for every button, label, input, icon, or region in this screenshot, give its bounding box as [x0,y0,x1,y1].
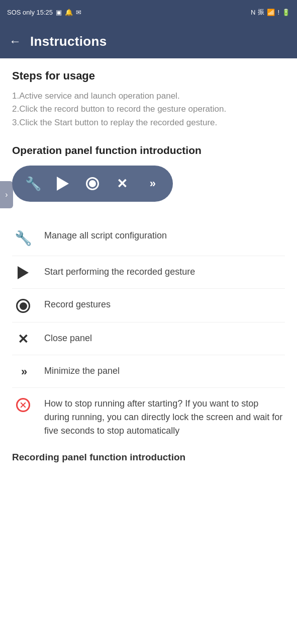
panel-record-button[interactable] [80,172,105,196]
panel-wrench-button[interactable]: 🔧 [21,172,45,196]
play-icon [57,177,69,191]
side-chevron-button[interactable]: › [0,181,13,208]
feature-close-text: Close panel [44,332,285,345]
feature-wrench-icon: 🔧 [12,229,34,247]
wrench-icon: 🔧 [25,176,41,192]
feature-manage-scripts: 🔧 Manage all script configuration [12,220,285,256]
feature-list: 🔧 Manage all script configuration Start … [12,220,285,447]
stop-circle-icon [16,398,30,412]
feature-minimize-panel: » Minimize the panel [12,355,285,388]
header: ← Instructions [0,24,297,58]
chevron-right-icon: › [5,190,8,199]
status-nfc-icon: N [251,9,255,16]
status-monitor-icon: ▣ [56,9,62,16]
status-right: N 振 📶 ! 🔋 [251,8,290,17]
record-dot [89,180,96,187]
operation-title: Operation panel function introduction [12,144,285,156]
step-3: 3.Click the Start button to replay the r… [12,118,217,127]
page-title: Instructions [30,34,107,49]
wrench-list-icon: 🔧 [15,230,32,247]
feature-record-icon [12,298,34,313]
feature-stop-text: How to stop running after starting? If y… [44,397,285,438]
feature-x-icon: ✕ [12,332,34,346]
feature-stop-info: How to stop running after starting? If y… [12,388,285,447]
panel-button-bar: 🔧 ✕ » [12,166,173,202]
status-battery-icon: 🔋 [282,9,290,16]
chevrons-icon: » [150,177,154,190]
status-email-icon: ✉ [76,9,81,16]
step-2: 2.Click the record button to record the … [12,104,226,114]
step-1: 1.Active service and launch operation pa… [12,91,180,101]
status-bar: SOS only 15:25 ▣ 🔔 ✉ N 振 📶 ! 🔋 [0,0,297,24]
feature-record-text: Record gestures [44,298,285,311]
recording-section-title: Recording panel function introduction [12,447,285,463]
feature-minimize-text: Minimize the panel [44,364,285,378]
feature-play-icon [12,265,34,279]
status-wifi-icon: 📶 [267,9,275,16]
back-button[interactable]: ← [9,35,21,47]
feature-record-gestures: Record gestures [12,289,285,323]
record-icon [86,177,99,190]
record-list-icon [16,299,30,313]
x-list-icon: ✕ [18,333,29,346]
panel-play-button[interactable] [51,172,75,196]
record-inner-dot [20,302,27,310]
play-list-icon [18,266,29,279]
status-left: SOS only 15:25 ▣ 🔔 ✉ [7,9,81,16]
status-signal-icon: ! [277,9,279,16]
steps-title: Steps for usage [12,69,285,83]
stop-line-icon [20,402,26,408]
status-sound-icon: 🔔 [65,9,73,16]
panel-minimize-button[interactable]: » [140,172,164,196]
feature-chevrons-icon: » [12,364,34,378]
feature-start-gesture: Start performing the recorded gesture [12,256,285,289]
panel-close-button[interactable]: ✕ [110,172,134,196]
status-sos-time: SOS only 15:25 [7,9,53,16]
main-content: Steps for usage 1.Active service and lau… [0,58,297,478]
steps-text: 1.Active service and launch operation pa… [12,90,285,129]
x-icon: ✕ [117,176,128,192]
status-vibrate-icon: 振 [258,8,264,17]
feature-manage-text: Manage all script configuration [44,229,285,243]
feature-start-text: Start performing the recorded gesture [44,265,285,279]
feature-close-panel: ✕ Close panel [12,323,285,355]
chevrons-list-icon: » [21,365,25,378]
feature-stop-icon [12,397,34,412]
